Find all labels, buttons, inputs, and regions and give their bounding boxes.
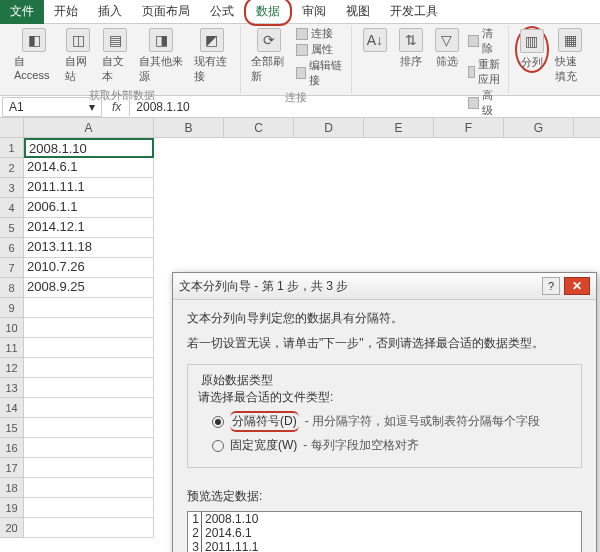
row-header[interactable]: 3 [0,178,24,198]
cell[interactable] [24,318,154,338]
row-header[interactable]: 18 [0,478,24,498]
existing-icon: ◩ [200,28,224,52]
row-header[interactable]: 10 [0,318,24,338]
close-button[interactable]: ✕ [564,277,590,295]
sort-icon: ⇅ [399,28,423,52]
btn-reapply[interactable]: 重新应用 [468,57,502,87]
row-header[interactable]: 4 [0,198,24,218]
formula-input[interactable]: 2008.1.10 [129,98,600,116]
btn-refresh[interactable]: ⟳全部刷新 [247,26,292,86]
btn-prop[interactable]: 属性 [296,42,345,57]
text-to-col-icon: ▥ [520,29,544,53]
btn-sort-az[interactable]: A↓ [358,26,392,54]
btn-flash-fill[interactable]: ▦快速填充 [551,26,590,86]
worksheet: ABCDEFGH 1234567891011121314151617181920… [0,118,600,552]
tab-view[interactable]: 视图 [336,0,380,24]
btn-text[interactable]: ▤自文本 [98,26,133,86]
cell[interactable]: 2013.11.18 [24,238,154,258]
cell[interactable]: 2008.9.25 [24,278,154,298]
preview-box: 12008.1.1022014.6.132011.11.142006.1.152… [187,511,582,552]
radio-delimited-label: 分隔符号(D) [230,411,299,432]
cell[interactable] [24,358,154,378]
tab-data[interactable]: 数据 [244,0,292,26]
tab-review[interactable]: 审阅 [292,0,336,24]
col-header[interactable]: G [504,118,574,138]
refresh-icon: ⟳ [257,28,281,52]
group-external-data: ◧自 Access ◫自网站 ▤自文本 ◨自其他来源 ◩现有连接 获取外部数据 [4,26,241,93]
access-icon: ◧ [22,28,46,52]
tab-formula[interactable]: 公式 [200,0,244,24]
tab-home[interactable]: 开始 [44,0,88,24]
row-header[interactable]: 12 [0,358,24,378]
cell[interactable] [24,338,154,358]
group-data-tools: ▥分列 ▦快速填充 [509,26,596,93]
cell[interactable] [24,418,154,438]
cell[interactable]: 2010.7.26 [24,258,154,278]
cell[interactable] [24,398,154,418]
text-icon: ▤ [103,28,127,52]
btn-existing[interactable]: ◩现有连接 [190,26,234,86]
btn-conn[interactable]: 连接 [296,26,345,41]
btn-access[interactable]: ◧自 Access [10,26,59,83]
tab-insert[interactable]: 插入 [88,0,132,24]
btn-edit-link[interactable]: 编辑链接 [296,58,345,88]
fx-button[interactable]: fx [104,100,129,114]
ribbon: ◧自 Access ◫自网站 ▤自文本 ◨自其他来源 ◩现有连接 获取外部数据 … [0,24,600,96]
name-box[interactable]: A1▾ [2,97,102,117]
col-header[interactable]: B [154,118,224,138]
btn-web[interactable]: ◫自网站 [61,26,96,86]
group-sort: A↓ ⇅排序 ▽筛选 清除 重新应用 高级 排序和筛选 [352,26,509,93]
btn-other[interactable]: ◨自其他来源 [135,26,188,86]
menu-tabs: 文件 开始 插入 页面布局 公式 数据 审阅 视图 开发工具 [0,0,600,24]
tab-layout[interactable]: 页面布局 [132,0,200,24]
row-header[interactable]: 14 [0,398,24,418]
sort-az-icon: A↓ [363,28,387,52]
row-header[interactable]: 1 [0,138,24,158]
cell[interactable] [24,378,154,398]
cell[interactable]: 2011.11.1 [24,178,154,198]
row-header[interactable]: 9 [0,298,24,318]
select-all-corner[interactable] [0,118,24,138]
btn-clear[interactable]: 清除 [468,26,502,56]
row-header[interactable]: 16 [0,438,24,458]
col-header[interactable]: E [364,118,434,138]
col-header[interactable]: F [434,118,504,138]
cell[interactable]: 2008.1.10 [24,138,154,158]
btn-filter[interactable]: ▽筛选 [430,26,464,71]
cell[interactable]: 2014.6.1 [24,158,154,178]
dialog-info2: 若一切设置无误，请单击"下一步"，否则请选择最合适的数据类型。 [187,335,582,352]
radio-delimited-input[interactable] [212,416,224,428]
cell[interactable]: 2006.1.1 [24,198,154,218]
row-header[interactable]: 19 [0,498,24,518]
row-header[interactable]: 17 [0,458,24,478]
btn-text-to-columns[interactable]: ▥分列 [515,26,549,73]
cell[interactable] [24,438,154,458]
cell[interactable]: 2014.12.1 [24,218,154,238]
tab-file[interactable]: 文件 [0,0,44,24]
btn-sort[interactable]: ⇅排序 [394,26,428,71]
cell[interactable] [24,458,154,478]
tab-dev[interactable]: 开发工具 [380,0,448,24]
row-header[interactable]: 20 [0,518,24,538]
row-header[interactable]: 6 [0,238,24,258]
row-header[interactable]: 2 [0,158,24,178]
radio-fixed-input[interactable] [212,440,224,452]
radio-delimited[interactable]: 分隔符号(D) - 用分隔字符，如逗号或制表符分隔每个字段 [198,411,571,432]
help-button[interactable]: ? [542,277,560,295]
row-header[interactable]: 15 [0,418,24,438]
row-header[interactable]: 5 [0,218,24,238]
cell[interactable] [24,518,154,538]
cell[interactable] [24,478,154,498]
row-header[interactable]: 8 [0,278,24,298]
col-header[interactable]: C [224,118,294,138]
col-header[interactable]: H [574,118,600,138]
cell[interactable] [24,298,154,318]
row-header[interactable]: 7 [0,258,24,278]
col-header[interactable]: A [24,118,154,138]
row-header[interactable]: 11 [0,338,24,358]
radio-fixed[interactable]: 固定宽度(W) - 每列字段加空格对齐 [198,437,571,454]
col-header[interactable]: D [294,118,364,138]
row-header[interactable]: 13 [0,378,24,398]
radio-fixed-desc: - 每列字段加空格对齐 [303,437,418,454]
cell[interactable] [24,498,154,518]
